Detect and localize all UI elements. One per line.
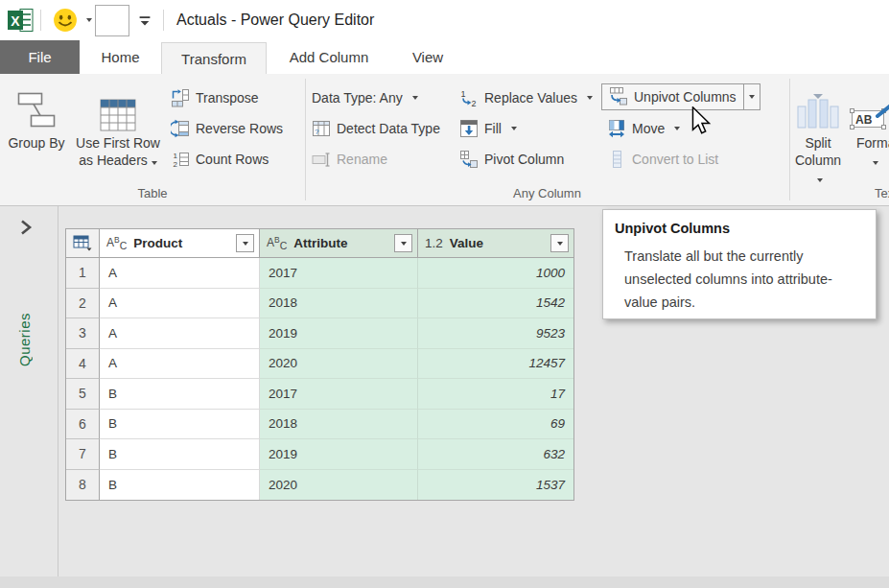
sidebar-divider <box>58 206 58 588</box>
table-row: 1 A 2017 1000 <box>66 258 573 289</box>
tab-home[interactable]: Home <box>80 40 161 74</box>
svg-text:X: X <box>11 13 20 29</box>
convert-to-list-icon <box>607 150 626 169</box>
group-label-table: Table <box>0 186 305 200</box>
cell-attribute[interactable]: 2017 <box>260 379 418 410</box>
cell-value[interactable]: 9523 <box>418 318 573 349</box>
tab-transform[interactable]: Transform <box>161 42 267 74</box>
smiley-dropdown-caret-icon[interactable] <box>86 18 92 22</box>
cell-product[interactable]: A <box>100 258 260 289</box>
cell-attribute[interactable]: 2018 <box>260 410 418 440</box>
cell-value[interactable]: 17 <box>418 379 573 410</box>
filter-button[interactable] <box>550 234 569 252</box>
cell-attribute[interactable]: 2020 <box>260 349 418 380</box>
split-column-button[interactable]: Split Column <box>792 78 844 179</box>
tab-file[interactable]: File <box>0 40 80 74</box>
select-all-corner-button[interactable] <box>66 229 100 258</box>
row-number[interactable]: 3 <box>66 318 100 349</box>
tab-view[interactable]: View <box>391 40 464 74</box>
row-number[interactable]: 6 <box>66 410 100 440</box>
filter-caret-icon <box>401 242 407 246</box>
chevron-right-icon <box>18 219 34 236</box>
tab-add-column[interactable]: Add Column <box>267 40 391 74</box>
title-bar: X Actuals - Power Query Editor <box>0 0 889 40</box>
count-rows-button[interactable]: 1 2 Count Rows <box>171 147 269 172</box>
mouse-cursor <box>691 106 713 140</box>
group-label-any-column: Any Column <box>305 186 789 200</box>
expand-queries-pane-button[interactable] <box>15 217 36 238</box>
cell-value[interactable]: 69 <box>418 410 573 440</box>
cell-product[interactable]: A <box>100 289 260 319</box>
cell-attribute[interactable]: 2019 <box>260 318 418 349</box>
queries-pane-tab[interactable]: Queries <box>16 313 33 366</box>
filter-caret-icon <box>243 242 248 246</box>
cell-value[interactable]: 632 <box>418 439 573 470</box>
data-type-button[interactable]: Data Type: Any <box>312 85 418 110</box>
ribbon-tab-bar: File Home Transform Add Column View <box>0 40 889 74</box>
format-button[interactable]: AB Format <box>848 78 889 179</box>
dropdown-caret-icon <box>749 95 755 99</box>
filter-button[interactable] <box>394 234 412 252</box>
table-corner-icon <box>73 235 92 251</box>
cell-attribute[interactable]: 2018 <box>260 289 418 319</box>
cell-value[interactable]: 1537 <box>418 470 573 501</box>
svg-text:2: 2 <box>472 99 477 107</box>
cell-product[interactable]: B <box>100 439 260 470</box>
cell-product[interactable]: B <box>100 410 260 440</box>
use-first-row-as-headers-button[interactable]: Use First Row as Headers <box>67 78 169 179</box>
tooltip-body: Translate all but the currently unselect… <box>624 245 847 314</box>
bottom-edge-strip <box>0 576 889 588</box>
column-header-value[interactable]: 1.2 Value <box>418 229 573 258</box>
table-header-row: ABC Product ABC Attribute 1.2 Value <box>66 229 573 258</box>
move-button[interactable]: Move <box>607 116 680 141</box>
unpivot-columns-icon <box>609 86 628 108</box>
cell-product[interactable]: B <box>100 470 260 501</box>
unpivot-columns-dropdown[interactable] <box>743 84 760 109</box>
titlebar-divider <box>163 10 164 31</box>
row-number[interactable]: 1 <box>66 258 100 289</box>
table-row: 6 B 2018 69 <box>66 410 573 440</box>
row-number[interactable]: 7 <box>66 439 100 470</box>
cell-product[interactable]: B <box>100 379 260 410</box>
filter-button[interactable] <box>236 234 254 252</box>
split-column-icon <box>792 78 844 131</box>
group-separator <box>305 79 306 200</box>
cell-value[interactable]: 12457 <box>418 349 573 380</box>
dropdown-caret-icon <box>511 127 517 130</box>
count-rows-icon: 1 2 <box>171 150 190 169</box>
smiley-feedback-button[interactable] <box>53 8 78 33</box>
cell-product[interactable]: A <box>100 349 260 380</box>
column-header-attribute[interactable]: ABC Attribute <box>260 229 418 258</box>
table-row: 4 A 2020 12457 <box>66 349 573 380</box>
rename-icon <box>312 150 331 169</box>
cell-product[interactable]: A <box>100 318 260 349</box>
pivot-column-button[interactable]: Pivot Column <box>459 147 564 172</box>
row-number[interactable]: 8 <box>66 470 100 501</box>
move-icon <box>607 119 626 138</box>
row-number[interactable]: 4 <box>66 349 100 380</box>
reverse-rows-icon <box>171 119 190 138</box>
dropdown-caret-icon <box>674 127 680 130</box>
detect-data-type-icon: ? <box>312 119 331 138</box>
dropdown-caret-icon <box>587 96 593 100</box>
customize-toolbar-icon[interactable] <box>138 14 152 27</box>
cell-value[interactable]: 1542 <box>418 289 573 319</box>
detect-data-type-button[interactable]: ? Detect Data Type <box>312 116 440 141</box>
group-by-button[interactable]: Group By <box>8 78 65 179</box>
fill-button[interactable]: Fill <box>459 116 517 141</box>
cell-value[interactable]: 1000 <box>418 258 573 289</box>
transpose-button[interactable]: Transpose <box>171 85 259 110</box>
row-number[interactable]: 5 <box>66 379 100 410</box>
svg-text:1: 1 <box>174 152 178 160</box>
cell-attribute[interactable]: 2020 <box>260 470 418 501</box>
cell-attribute[interactable]: 2017 <box>260 258 418 289</box>
number-type-icon: 1.2 <box>425 236 443 250</box>
quick-access-blank-button[interactable] <box>95 5 129 36</box>
replace-values-button[interactable]: 1 2 Replace Values <box>459 85 593 110</box>
reverse-rows-button[interactable]: Reverse Rows <box>171 116 283 141</box>
unpivot-columns-button[interactable]: Unpivot Columns <box>601 83 760 110</box>
cell-attribute[interactable]: 2019 <box>260 439 418 470</box>
column-header-product[interactable]: ABC Product <box>100 229 260 258</box>
row-number[interactable]: 2 <box>66 289 100 319</box>
dropdown-caret-icon <box>817 178 823 182</box>
